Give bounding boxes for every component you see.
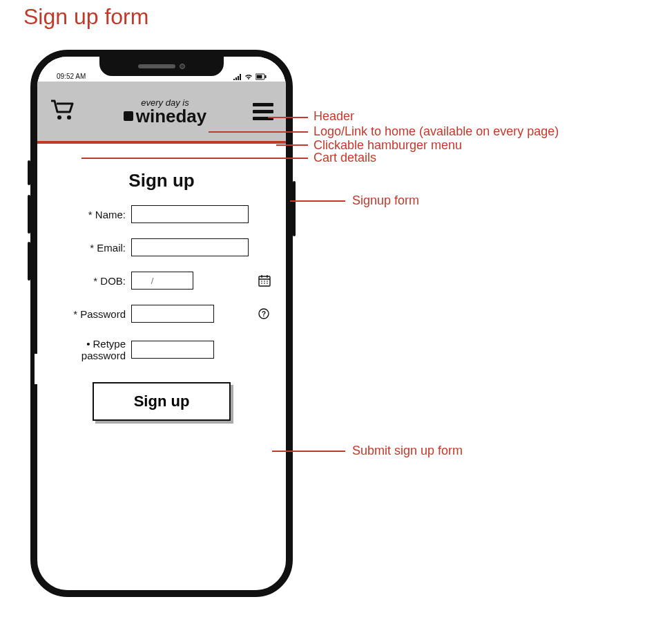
help-icon[interactable]: ?	[258, 308, 269, 319]
logo-brand-text: wineday	[136, 107, 207, 125]
name-label: * Name:	[50, 209, 126, 220]
phone-silence-switch	[28, 160, 30, 185]
dob-label: * DOB:	[50, 275, 126, 287]
email-input[interactable]	[131, 238, 249, 256]
hamburger-icon	[253, 110, 273, 113]
phone-volume-up	[28, 195, 30, 234]
page-title: Sign up form	[23, 4, 148, 30]
annotation-signup-form: Signup form	[352, 193, 419, 208]
annotation-cart: Cart details	[313, 151, 376, 165]
phone-volume-down	[28, 242, 30, 281]
phone-screen: 09:52 AM every day is wineday	[37, 57, 286, 590]
hamburger-icon	[253, 103, 273, 106]
annotation-line	[209, 131, 308, 133]
phone-side-button	[293, 181, 296, 236]
app-header: every day is wineday	[37, 82, 286, 144]
annotation-line	[276, 144, 308, 146]
cart-icon	[50, 98, 77, 122]
svg-rect-1	[257, 75, 262, 79]
status-time: 09:52 AM	[57, 73, 86, 80]
annotation-line	[81, 158, 308, 159]
battery-icon	[255, 73, 267, 80]
name-input[interactable]	[131, 205, 249, 223]
calendar-icon[interactable]	[258, 274, 271, 287]
logo-home-link[interactable]: every day is wineday	[124, 98, 207, 125]
annotation-line	[268, 117, 308, 118]
password-input[interactable]	[131, 305, 214, 323]
annotation-header: Header	[313, 109, 354, 124]
phone-notch	[99, 57, 224, 76]
svg-rect-2	[265, 75, 267, 78]
cart-button[interactable]	[50, 98, 77, 124]
annotation-submit: Submit sign up form	[352, 444, 463, 458]
form-title: Sign up	[50, 170, 273, 191]
dob-input[interactable]	[131, 272, 193, 290]
signup-form: Sign up * Name: * Email: * DOB: * Passwo…	[37, 144, 286, 421]
svg-point-4	[67, 115, 71, 120]
retype-password-input[interactable]	[131, 341, 214, 359]
password-label: * Password	[50, 308, 126, 320]
signup-submit-button[interactable]: Sign up	[93, 382, 231, 421]
svg-point-3	[57, 115, 61, 120]
svg-text:?: ?	[262, 310, 266, 318]
logo-mark-icon	[124, 111, 133, 121]
camera-icon	[180, 64, 185, 69]
speaker-icon	[138, 64, 175, 68]
annotation-line	[272, 451, 345, 452]
signal-icon	[233, 73, 242, 80]
wifi-icon	[244, 73, 253, 80]
email-label: * Email:	[50, 242, 126, 254]
retype-password-label: •Retype password	[50, 338, 126, 361]
annotation-line	[290, 200, 345, 202]
annotation-logo: Logo/Link to home (available on every pa…	[313, 124, 559, 139]
